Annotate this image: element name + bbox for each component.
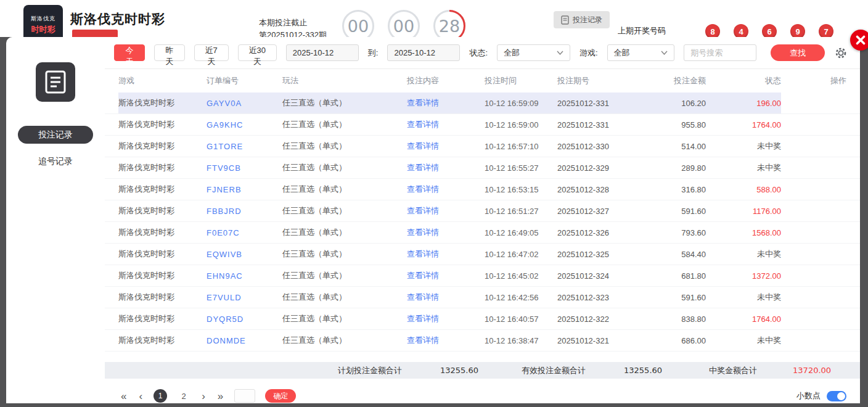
status-select[interactable]: 全部 [497,44,570,61]
logo-text-top: 斯洛伐克 [31,15,55,23]
game-select[interactable]: 全部 [607,44,675,61]
modal-close-button[interactable] [850,30,868,51]
cell-view-details-link[interactable]: 查看详情 [407,330,485,351]
table-row[interactable]: 斯洛伐克时时彩 EQWIVB 任三直选（单式） 查看详情 10-12 16:47… [105,244,860,265]
cell-action [781,136,848,157]
decimal-point-toggle[interactable] [827,391,846,401]
filter-7days-button[interactable]: 近7天 [194,44,229,61]
page-title: 斯洛伐克时时彩 [70,10,165,28]
gear-icon [834,46,848,60]
cell-order-link[interactable]: DONMDE [207,330,282,351]
cell-order-link[interactable]: FTV9CB [207,157,282,178]
cell-status: 1176.00 [706,200,781,221]
cell-view-details-link[interactable]: 查看详情 [407,287,485,308]
cell-order-link[interactable]: E7VULD [207,287,282,308]
page-jump-input[interactable] [234,389,255,403]
cell-amount: 838.80 [647,308,706,329]
settings-button[interactable] [834,46,848,60]
filter-today-button[interactable]: 今天 [114,44,145,61]
cell-view-details-link[interactable]: 查看详情 [407,179,485,200]
cell-action [781,114,848,135]
cell-order-link[interactable]: G1TORE [207,136,282,157]
cell-period: 20251012-326 [557,222,647,243]
date-from-input[interactable] [286,44,359,61]
win-total-label: 中奖金额合计 [709,365,757,376]
toggle-knob [837,392,845,400]
table-row[interactable]: 斯洛伐克时时彩 F0E07C 任三直选（单式） 查看详情 10-12 16:49… [105,222,860,244]
cell-play: 任三直选（单式） [282,200,407,221]
cell-order-link[interactable]: FBBJRD [207,200,282,221]
page-header: 斯洛伐克 时时彩 斯洛伐克时时彩 本期投注截止 第20251012-332期 0… [0,0,868,37]
cell-amount: 591.60 [647,287,706,308]
sidebar-item-bet-records[interactable]: 投注记录 [18,126,93,144]
table-row[interactable]: 斯洛伐克时时彩 FBBJRD 任三直选（单式） 查看详情 10-12 16:51… [105,200,860,222]
cell-view-details-link[interactable]: 查看详情 [407,200,485,221]
first-page-button[interactable]: « [120,391,128,401]
last-draw-label: 上期开奖号码 [618,25,666,36]
game-select-value: 全部 [614,47,630,59]
cell-status: 未中奖 [706,157,781,178]
cell-view-details-link[interactable]: 查看详情 [407,114,485,135]
cell-status: 未中奖 [706,244,781,265]
page-jump-confirm-button[interactable]: 确定 [265,389,296,403]
cell-amount: 289.80 [647,157,706,178]
cell-view-details-link[interactable]: 查看详情 [407,244,485,265]
cell-view-details-link[interactable]: 查看详情 [407,92,485,113]
cell-action [781,200,848,221]
cell-action [781,222,848,243]
table-row[interactable]: 斯洛伐克时时彩 E7VULD 任三直选（单式） 查看详情 10-12 16:42… [105,287,860,308]
cell-view-details-link[interactable]: 查看详情 [407,157,485,178]
cell-period: 20251012-322 [557,308,647,329]
cell-time: 10-12 16:55:27 [485,157,557,178]
table-row[interactable]: 斯洛伐克时时彩 EHN9AC 任三直选（单式） 查看详情 10-12 16:45… [105,265,860,287]
close-icon [856,35,866,45]
table-row[interactable]: 斯洛伐克时时彩 G1TORE 任三直选（单式） 查看详情 10-12 16:57… [105,136,860,157]
table-row[interactable]: 斯洛伐克时时彩 FTV9CB 任三直选（单式） 查看详情 10-12 16:55… [105,157,860,179]
cell-game: 斯洛伐克时时彩 [118,200,207,221]
table-row[interactable]: 斯洛伐克时时彩 GA9KHC 任三直选（单式） 查看详情 10-12 16:59… [105,114,860,136]
table-row[interactable]: 斯洛伐克时时彩 DYQR5D 任三直选（单式） 查看详情 10-12 16:40… [105,308,860,330]
last-page-button[interactable]: » [216,391,224,401]
search-button[interactable]: 查找 [771,44,825,61]
prev-page-button[interactable]: ‹ [137,391,144,401]
cell-view-details-link[interactable]: 查看详情 [407,136,485,157]
cell-view-details-link[interactable]: 查看详情 [407,222,485,243]
cell-order-link[interactable]: DYQR5D [207,308,282,329]
cell-status: 196.00 [706,92,781,113]
next-page-button[interactable]: › [200,391,207,401]
cell-time: 10-12 16:47:02 [485,244,557,265]
cell-status: 1372.00 [706,265,781,286]
cell-order-link[interactable]: F0E07C [207,222,282,243]
cell-order-link[interactable]: GAYV0A [207,92,282,113]
cell-play: 任三直选（单式） [282,157,407,178]
sidebar-item-chase-records[interactable]: 追号记录 [18,152,93,170]
cell-amount: 584.40 [647,244,706,265]
cell-view-details-link[interactable]: 查看详情 [407,265,485,286]
bet-records-modal: 投注记录 追号记录 今天 昨天 近7天 近30天 到: 状态: 全部 游戏: 全… [6,37,860,403]
period-search-input[interactable] [684,44,756,61]
cell-game: 斯洛伐克时时彩 [118,92,207,113]
cell-order-link[interactable]: FJNERB [207,179,282,200]
cell-action [781,330,848,351]
filter-30days-button[interactable]: 近30天 [238,44,277,61]
filter-bar: 今天 昨天 近7天 近30天 到: 状态: 全部 游戏: 全部 [105,37,860,69]
cell-view-details-link[interactable]: 查看详情 [407,308,485,329]
cell-order-link[interactable]: EHN9AC [207,265,282,286]
cell-play: 任三直选（单式） [282,265,407,286]
cell-amount: 793.60 [647,222,706,243]
cell-period: 20251012-327 [557,200,647,221]
cell-action [781,244,848,265]
table-row[interactable]: 斯洛伐克时时彩 DONMDE 任三直选（单式） 查看详情 10-12 16:38… [105,330,860,352]
bet-record-header-button[interactable]: 投注记录 [554,11,610,28]
cell-time: 10-12 16:49:05 [485,222,557,243]
cell-period: 20251012-323 [557,287,647,308]
filter-yesterday-button[interactable]: 昨天 [154,44,185,61]
table-row[interactable]: 斯洛伐克时时彩 GAYV0A 任三直选（单式） 查看详情 10-12 16:59… [105,92,860,114]
page-button-2[interactable]: 2 [177,389,190,403]
cell-order-link[interactable]: GA9KHC [207,114,282,135]
table-row[interactable]: 斯洛伐克时时彩 FJNERB 任三直选（单式） 查看详情 10-12 16:53… [105,179,860,200]
cell-play: 任三直选（单式） [282,136,407,157]
date-to-input[interactable] [387,44,460,61]
page-button-1[interactable]: 1 [154,389,167,403]
cell-order-link[interactable]: EQWIVB [207,244,282,265]
